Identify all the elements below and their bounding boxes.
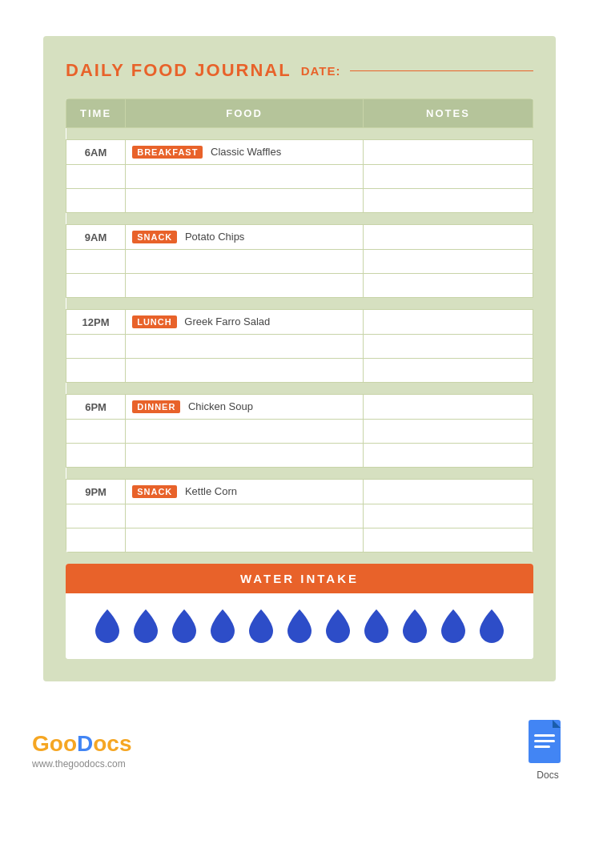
table-row (66, 444, 533, 468)
meal-badge: DINNER (132, 400, 180, 413)
journal-title: DAILY FOOD JOURNAL (66, 60, 291, 81)
table-row: 6PM DINNER Chicken Soup (66, 395, 533, 420)
water-drop-3 (169, 608, 199, 645)
food-cell (126, 250, 364, 274)
table-row (66, 359, 533, 383)
time-cell (66, 504, 126, 528)
time-cell (66, 444, 126, 468)
time-cell (66, 189, 126, 213)
water-drop-8 (361, 608, 392, 645)
water-section: WATER INTAKE (66, 564, 533, 659)
food-table: TIME FOOD NOTES 6AM BREAKFAST Classic Wa… (66, 98, 533, 553)
table-row: 9PM SNACK Kettle Corn (66, 480, 533, 504)
svg-rect-3 (534, 740, 555, 742)
time-cell (66, 250, 126, 274)
time-cell (66, 274, 126, 298)
food-cell (126, 504, 364, 528)
notes-cell (363, 420, 533, 444)
food-cell (126, 444, 364, 468)
time-cell (66, 420, 126, 444)
page: DAILY FOOD JOURNAL DATE: TIME FOOD NOTES… (0, 0, 599, 868)
time-cell: 9PM (66, 480, 126, 504)
meal-badge: SNACK (132, 485, 177, 498)
notes-cell (363, 359, 533, 383)
journal-header: DAILY FOOD JOURNAL DATE: (66, 60, 533, 81)
date-line (350, 70, 533, 71)
meal-badge: BREAKFAST (132, 146, 203, 159)
food-cell (126, 335, 364, 359)
svg-rect-4 (534, 745, 550, 748)
time-cell (66, 335, 126, 359)
meal-food: Chicken Soup (188, 400, 253, 412)
notes-cell (363, 528, 533, 553)
food-cell (126, 165, 364, 189)
water-drop-1 (92, 608, 123, 645)
footer-url: www.thegoodocs.com (32, 758, 131, 770)
food-cell: SNACK Potato Chips (126, 225, 364, 250)
journal-card: DAILY FOOD JOURNAL DATE: TIME FOOD NOTES… (43, 36, 556, 681)
table-row (66, 250, 533, 274)
food-cell: LUNCH Greek Farro Salad (126, 310, 364, 335)
notes-cell (363, 274, 533, 298)
notes-cell (363, 480, 533, 504)
water-drop-6 (284, 608, 315, 645)
notes-cell (363, 189, 533, 213)
notes-cell (363, 310, 533, 335)
time-cell (66, 528, 126, 553)
water-drop-10 (438, 608, 468, 645)
meal-food: Potato Chips (185, 231, 244, 243)
logo-ocs: ocs (93, 731, 131, 756)
notes-cell (363, 225, 533, 250)
date-label: DATE: (301, 64, 341, 78)
food-cell: DINNER Chicken Soup (126, 395, 364, 420)
food-cell: BREAKFAST Classic Waffles (126, 140, 364, 165)
food-cell (126, 359, 364, 383)
col-food: FOOD (126, 99, 364, 128)
notes-cell (363, 165, 533, 189)
col-notes: NOTES (363, 99, 533, 128)
table-row: 12PM LUNCH Greek Farro Salad (66, 310, 533, 335)
water-drop-11 (476, 608, 507, 645)
food-cell: SNACK Kettle Corn (126, 480, 364, 504)
table-row: 9AM SNACK Potato Chips (66, 225, 533, 250)
meal-badge: SNACK (132, 231, 177, 243)
notes-cell (363, 444, 533, 468)
time-cell (66, 165, 126, 189)
footer: GooDocs www.thegoodocs.com Docs (0, 697, 599, 797)
table-row (66, 528, 533, 553)
footer-logo: GooDocs (32, 731, 131, 757)
time-cell: 6PM (66, 395, 126, 420)
water-drop-9 (400, 608, 430, 645)
water-drop-7 (323, 608, 353, 645)
water-intake-header: WATER INTAKE (66, 564, 533, 593)
docs-label: Docs (537, 770, 558, 781)
time-cell: 12PM (66, 310, 126, 335)
footer-brand: GooDocs www.thegoodocs.com (32, 731, 131, 770)
table-row (66, 274, 533, 298)
logo-goo: Goo (32, 731, 77, 756)
time-cell: 6AM (66, 140, 126, 165)
col-time: TIME (66, 99, 126, 128)
table-row (66, 335, 533, 359)
notes-cell (363, 395, 533, 420)
table-row (66, 189, 533, 213)
food-cell (126, 189, 364, 213)
table-row (66, 504, 533, 528)
food-cell (126, 274, 364, 298)
table-row: 6AM BREAKFAST Classic Waffles (66, 140, 533, 165)
water-drop-2 (131, 608, 161, 645)
footer-docs: Docs (529, 720, 567, 781)
table-row (66, 420, 533, 444)
meal-food: Kettle Corn (185, 485, 237, 497)
time-cell (66, 359, 126, 383)
water-drops-container (66, 593, 533, 659)
logo-d: D (77, 731, 93, 756)
water-drop-5 (246, 608, 276, 645)
meal-food: Greek Farro Salad (184, 315, 270, 328)
table-row (66, 165, 533, 189)
docs-icon (529, 720, 567, 766)
notes-cell (363, 140, 533, 165)
time-cell: 9AM (66, 225, 126, 250)
meal-food: Classic Waffles (211, 146, 281, 158)
food-cell (126, 420, 364, 444)
